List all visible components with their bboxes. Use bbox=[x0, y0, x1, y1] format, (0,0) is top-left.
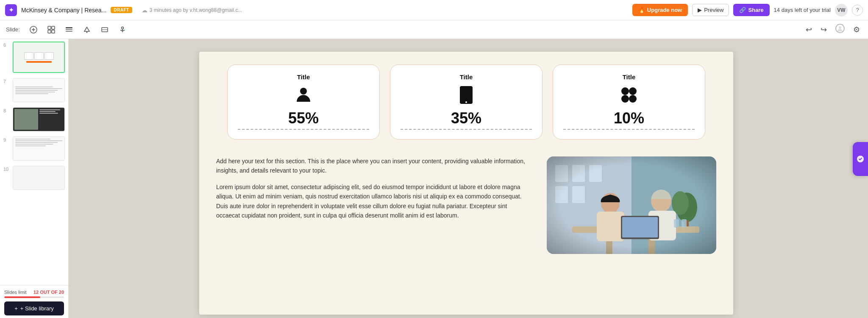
limit-progress-bar bbox=[4, 296, 64, 298]
preview-button[interactable]: ▶ Preview bbox=[692, 4, 729, 16]
slide-thumbnail-9[interactable]: 9 bbox=[0, 134, 68, 163]
svg-rect-3 bbox=[48, 26, 51, 29]
user-avatar[interactable]: VW bbox=[835, 4, 848, 17]
slide-preview-9 bbox=[13, 137, 65, 161]
svg-point-15 bbox=[124, 30, 125, 31]
upgrade-button[interactable]: 🔥 Upgrade now bbox=[632, 4, 688, 16]
stat-card-2: Title 35% bbox=[390, 64, 542, 139]
limit-progress-fill bbox=[4, 296, 40, 298]
svg-rect-8 bbox=[66, 29, 72, 30]
stat-card-3: Title 10% bbox=[553, 64, 705, 139]
preview-label: Preview bbox=[704, 7, 723, 13]
svg-point-22 bbox=[629, 87, 637, 95]
stat-card-1-title: Title bbox=[297, 73, 310, 81]
redo-button[interactable]: ↪ bbox=[818, 23, 829, 36]
svg-rect-9 bbox=[66, 31, 72, 32]
canvas-area: Title 55% Title bbox=[69, 39, 868, 318]
slide-number-9: 9 bbox=[3, 137, 9, 142]
stat-card-1-value: 55% bbox=[238, 109, 369, 130]
svg-point-20 bbox=[465, 101, 467, 103]
grid-tool-button[interactable] bbox=[45, 24, 57, 36]
share-icon: 🔗 bbox=[739, 7, 746, 13]
stat-cards-row: Title 55% Title bbox=[216, 64, 716, 139]
paint-button[interactable] bbox=[81, 24, 93, 36]
slide-thumbnail-6[interactable]: 6 bbox=[0, 39, 68, 75]
svg-point-23 bbox=[621, 95, 629, 103]
content-text-block: Add here your text for this section. Thi… bbox=[216, 156, 530, 220]
collaborators-button[interactable] bbox=[833, 22, 847, 37]
undo-button[interactable]: ↩ bbox=[804, 23, 814, 36]
autosave-text: 3 minutes ago by v.ht.wong88@gmail.c... bbox=[150, 7, 242, 13]
app-logo: ✦ bbox=[5, 4, 17, 16]
slide-thumbnail-10[interactable]: 10 bbox=[0, 163, 68, 192]
slide-label: Slide: bbox=[6, 26, 20, 33]
ai-float-button[interactable] bbox=[853, 142, 868, 176]
resize-button[interactable] bbox=[99, 24, 111, 36]
slide-number-10: 10 bbox=[3, 167, 9, 172]
limit-count: 12 OUT OF 20 bbox=[33, 290, 64, 295]
slide-toolbar: Slide: ↩ ↪ ⚙ bbox=[0, 20, 868, 39]
content-paragraph-2: Lorem ipsum dolor sit amet, consectetur … bbox=[216, 182, 530, 220]
upgrade-icon: 🔥 bbox=[638, 7, 645, 13]
slide-preview-10 bbox=[13, 166, 65, 190]
slide-preview-7 bbox=[13, 78, 65, 102]
svg-rect-4 bbox=[52, 26, 55, 29]
limit-label: Slides limit bbox=[4, 290, 27, 295]
help-button[interactable]: ? bbox=[852, 5, 863, 16]
slide-canvas[interactable]: Title 55% Title bbox=[199, 52, 733, 315]
slide-number-7: 7 bbox=[3, 79, 9, 84]
logo-icon: ✦ bbox=[8, 6, 14, 14]
svg-point-24 bbox=[629, 95, 637, 103]
person-icon bbox=[294, 86, 313, 104]
preview-icon: ▶ bbox=[698, 7, 702, 13]
stat-card-3-title: Title bbox=[623, 73, 636, 81]
svg-rect-19 bbox=[460, 86, 473, 104]
draft-badge: DRAFT bbox=[111, 7, 132, 13]
svg-point-17 bbox=[839, 26, 841, 29]
slides-sidebar: 6 7 bbox=[0, 39, 69, 318]
cloud-icon: ☁ bbox=[142, 7, 147, 14]
svg-point-10 bbox=[86, 31, 87, 33]
slides-limit-section: Slides limit 12 OUT OF 20 + + Slide libr… bbox=[0, 285, 68, 318]
main-layout: 6 7 bbox=[0, 39, 868, 318]
svg-point-21 bbox=[621, 87, 629, 95]
svg-rect-46 bbox=[547, 156, 716, 254]
grid-icon bbox=[620, 86, 638, 104]
slide-library-icon: + bbox=[14, 305, 18, 312]
document-title: McKinsey & Company | Resea... bbox=[21, 7, 106, 14]
svg-point-18 bbox=[300, 88, 307, 95]
svg-rect-7 bbox=[66, 27, 72, 28]
stat-card-1: Title 55% bbox=[227, 64, 380, 139]
stat-card-3-value: 10% bbox=[563, 109, 695, 130]
slide-library-label: + Slide library bbox=[20, 305, 54, 312]
layout-button[interactable] bbox=[63, 24, 75, 36]
slide-thumbnail-7[interactable]: 7 bbox=[0, 75, 68, 105]
autosave-info: ☁ 3 minutes ago by v.ht.wong88@gmail.c..… bbox=[142, 7, 242, 14]
upgrade-label: Upgrade now bbox=[647, 7, 682, 13]
slide-number-6: 6 bbox=[3, 42, 9, 47]
content-image bbox=[547, 156, 716, 254]
toolbar-right-group: ↩ ↪ ⚙ bbox=[804, 22, 862, 37]
slide-number-8: 8 bbox=[3, 108, 9, 113]
slide-preview-6 bbox=[13, 42, 65, 73]
svg-point-13 bbox=[121, 27, 123, 29]
slide-preview-8 bbox=[13, 107, 65, 131]
stat-card-2-value: 35% bbox=[401, 109, 532, 130]
settings-button[interactable]: ⚙ bbox=[851, 23, 862, 36]
slide-thumbnail-8[interactable]: 8 bbox=[0, 105, 68, 134]
trial-info: 14 days left of your trial bbox=[774, 7, 831, 13]
tablet-icon bbox=[459, 86, 474, 104]
share-label: Share bbox=[748, 7, 763, 13]
content-paragraph-1: Add here your text for this section. Thi… bbox=[216, 156, 530, 176]
anchor-button[interactable] bbox=[117, 24, 128, 36]
top-navigation: ✦ McKinsey & Company | Resea... DRAFT ☁ … bbox=[0, 0, 868, 20]
add-slide-button[interactable] bbox=[28, 24, 39, 36]
svg-rect-5 bbox=[48, 30, 51, 33]
slide-library-button[interactable]: + + Slide library bbox=[4, 301, 64, 315]
content-section: Add here your text for this section. Thi… bbox=[216, 156, 716, 254]
svg-rect-6 bbox=[52, 30, 55, 33]
share-button[interactable]: 🔗 Share bbox=[733, 4, 769, 16]
stat-card-2-title: Title bbox=[460, 73, 473, 81]
